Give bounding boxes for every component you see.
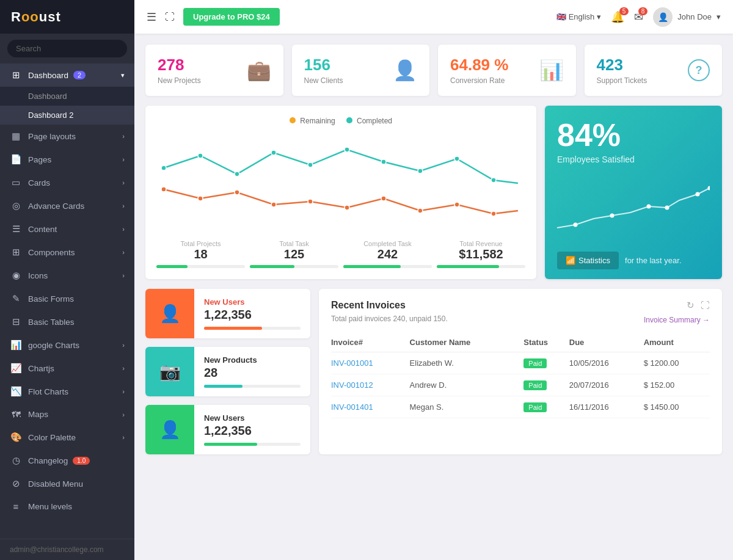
messages-button[interactable]: ✉ 8 [634, 10, 643, 24]
chevron-right-icon: › [122, 272, 125, 279]
invoice-title: Recent Invoices [331, 300, 406, 311]
new-users-icon-box: 👤 [145, 289, 194, 338]
sidebar-item-google-charts[interactable]: 📊 google Charts › [0, 333, 134, 357]
sidebar-item-basic-forms[interactable]: ✎ Basic Forms [0, 287, 134, 310]
sidebar-item-icons[interactable]: ◉ Icons › [0, 264, 134, 287]
upgrade-button[interactable]: Upgrade to PRO $24 [183, 8, 280, 26]
stat-card-support-tickets: 423 Support Tickets ? [585, 45, 723, 96]
sidebar-item-label: Page layouts [28, 132, 76, 141]
blue-card-footer: 📶 Statistics for the last year. [557, 252, 710, 269]
hamburger-button[interactable]: ☰ [147, 10, 156, 24]
chevron-down-icon: ▾ [717, 12, 721, 21]
stat-label-new-clients: New Clients [304, 76, 343, 85]
invoice-id[interactable]: INV-001001 [331, 352, 410, 374]
svg-point-1 [198, 153, 203, 158]
user-menu-button[interactable]: 👤 John Doe ▾ [653, 7, 721, 27]
status-badge: Paid [523, 402, 547, 412]
person-icon: 👤 [393, 59, 417, 82]
user-icon: 👤 [159, 304, 181, 324]
content-icon: ☰ [10, 224, 22, 235]
sidebar-item-label: Flot Charts [28, 387, 68, 396]
widget-new-products: 📷 New Products 28 [145, 347, 310, 396]
sidebar-item-label: Advance Cards [28, 202, 84, 211]
customer-name: Andrew D. [410, 374, 524, 396]
sidebar-item-disabled-menu[interactable]: ⊘ Disabled Menu [0, 472, 134, 495]
amount: $ 152.00 [644, 374, 710, 396]
middle-row: Remaining Completed [145, 106, 722, 279]
sidebar-item-label: Dashboard [28, 71, 68, 80]
svg-point-5 [345, 147, 349, 152]
sidebar-item-advance-cards[interactable]: ◎ Advance Cards › [0, 194, 134, 217]
chartjs-icon: 📈 [10, 363, 22, 374]
cards-icon: ▭ [10, 177, 22, 188]
status-badge: Paid [523, 358, 547, 368]
invoice-subtitle: Total paid invoices 240, unpaid 150. [331, 315, 448, 323]
sidebar-item-label: Cards [28, 178, 50, 187]
sidebar-item-dashboard2[interactable]: Dashboard 2 [0, 106, 134, 125]
sidebar-item-dashboard[interactable]: ⊞ Dashboard 2 ▾ [0, 64, 134, 87]
col-amount: Amount [644, 333, 710, 352]
svg-point-18 [454, 202, 459, 207]
invoice-id[interactable]: INV-001012 [331, 374, 410, 396]
fullscreen-button[interactable]: ⛶ [165, 12, 175, 23]
pages-icon: 📄 [10, 154, 22, 165]
stat-card-new-projects: 278 New Projects 💼 [145, 45, 283, 96]
sidebar-item-maps[interactable]: 🗺 Maps › [0, 403, 134, 426]
sidebar-item-label: Color Palette [28, 433, 76, 442]
sidebar-item-label: Pages [28, 155, 51, 164]
language-button[interactable]: 🇬🇧 English ▾ [556, 12, 602, 21]
sidebar-logo: Rooust [0, 0, 134, 34]
icons-icon: ◉ [10, 270, 22, 281]
stat-label-new-projects: New Projects [158, 76, 201, 85]
color-palette-icon: 🎨 [10, 432, 22, 443]
sidebar-item-cards[interactable]: ▭ Cards › [0, 171, 134, 194]
stat-card-new-clients: 156 New Clients 👤 [292, 45, 430, 96]
sidebar-item-content[interactable]: ☰ Content › [0, 217, 134, 241]
sidebar-item-chartjs[interactable]: 📈 Chartjs › [0, 357, 134, 380]
due-date: 16/11/2016 [569, 396, 644, 418]
sidebar-item-pages[interactable]: 📄 Pages › [0, 148, 134, 171]
sidebar-item-color-palette[interactable]: 🎨 Color Palette › [0, 426, 134, 449]
expand-icon[interactable]: ⛶ [701, 300, 710, 311]
widget-new-users: 👤 New Users 1,22,356 [145, 289, 310, 338]
sidebar-item-menu-levels[interactable]: ≡ Menu levels [0, 495, 134, 518]
sidebar-item-flot-charts[interactable]: 📉 Flot Charts › [0, 380, 134, 403]
sidebar-item-changelog[interactable]: ◷ Changelog 1.0 [0, 449, 134, 472]
menu-levels-icon: ≡ [10, 501, 22, 512]
invoice-summary-line: Total paid invoices 240, unpaid 150. Inv… [331, 315, 710, 325]
sidebar-item-components[interactable]: ⊞ Components › [0, 241, 134, 264]
sidebar-sub-label: Dashboard [28, 92, 67, 101]
basic-tables-icon: ⊟ [10, 316, 22, 327]
sidebar-item-dashboard-main[interactable]: Dashboard [0, 87, 134, 106]
sidebar-item-basic-tables[interactable]: ⊟ Basic Tables [0, 310, 134, 333]
svg-point-6 [381, 159, 386, 164]
chevron-right-icon: › [122, 365, 125, 372]
bottom-row: 👤 New Users 1,22,356 📷 New Products 28 [145, 289, 722, 454]
table-row: INV-001001 Elizabeth W. Paid 10/05/2016 … [331, 352, 710, 374]
refresh-icon[interactable]: ↻ [687, 300, 695, 311]
due-date: 10/05/2016 [569, 352, 644, 374]
invoice-summary-link[interactable]: Invoice Summary → [644, 316, 710, 324]
svg-point-3 [271, 150, 276, 155]
svg-point-17 [418, 208, 423, 213]
sidebar-search-container [0, 34, 134, 64]
sidebar-item-label: Changelog [28, 456, 68, 465]
invoice-status: Paid [523, 396, 569, 418]
question-icon: ? [688, 59, 710, 81]
language-label: English [569, 12, 595, 21]
search-input[interactable] [7, 40, 127, 57]
stat-label-support-tickets: Support Tickets [597, 76, 647, 85]
notifications-button[interactable]: 🔔 5 [611, 10, 624, 24]
chevron-down-icon: ▾ [121, 71, 125, 79]
customer-name: Megan S. [410, 396, 524, 418]
invoice-id[interactable]: INV-001401 [331, 396, 410, 418]
sidebar-item-page-layouts[interactable]: ▦ Page layouts › [0, 125, 134, 148]
statistics-button[interactable]: 📶 Statistics [557, 252, 619, 269]
legend-completed: Completed [346, 117, 392, 125]
main-area: ☰ ⛶ Upgrade to PRO $24 🇬🇧 English ▾ 🔔 5 … [134, 0, 733, 560]
svg-point-7 [418, 169, 423, 173]
sidebar-item-label: Menu levels [28, 502, 72, 511]
table-row: INV-001401 Megan S. Paid 16/11/2016 $ 14… [331, 396, 710, 418]
col-invoice-num: Invoice# [331, 333, 410, 352]
stat-info-conversion-rate: 64.89 % Conversion Rate [450, 56, 508, 85]
